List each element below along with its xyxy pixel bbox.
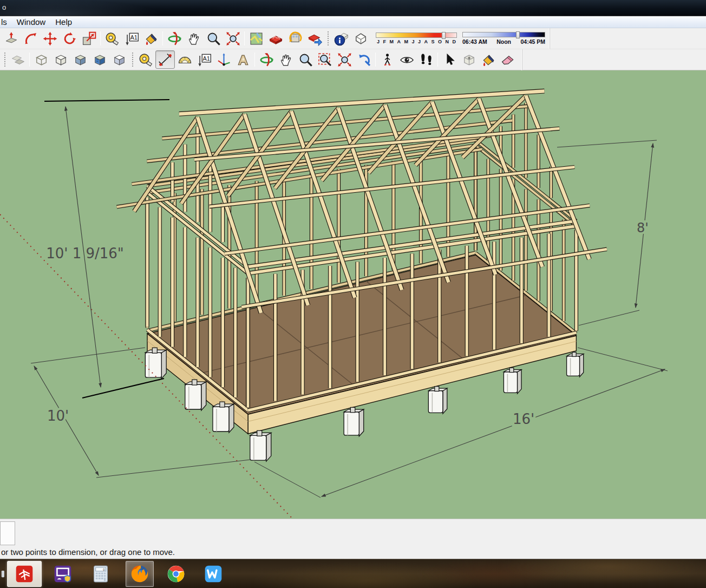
orbit-icon	[167, 31, 182, 46]
status-corner-box	[0, 521, 15, 545]
dimension-text-button[interactable]: A1	[122, 29, 141, 48]
rotate-button[interactable]	[60, 29, 79, 48]
model-info-icon	[334, 31, 349, 46]
taskbar-item-sketchup[interactable]	[7, 561, 42, 587]
sketchup-icon	[15, 565, 34, 583]
orbit-icon	[259, 53, 274, 67]
toolbar-separator	[244, 31, 245, 45]
taskbar-item-edge-sliver[interactable]	[0, 561, 4, 587]
orbit-button[interactable]	[257, 50, 276, 69]
taskbar-item-chrome[interactable]	[165, 561, 187, 587]
zoom-button[interactable]	[296, 50, 315, 69]
shadow-date-slider-track[interactable]	[376, 32, 457, 38]
wps-writer-icon	[204, 565, 223, 583]
look-around-icon	[400, 53, 414, 67]
month-label: M	[404, 39, 408, 44]
pan-button[interactable]	[276, 50, 296, 69]
taskbar-item-calculator[interactable]: 0	[89, 561, 112, 587]
tape-measure-button[interactable]	[136, 50, 155, 69]
protractor-icon	[178, 53, 192, 67]
shaded-button[interactable]	[70, 50, 90, 69]
walk-button[interactable]	[416, 50, 436, 69]
toolbar-grip[interactable]	[3, 52, 6, 67]
3d-viewport[interactable]: 10' 1 9/16" 8' 10' 16'	[0, 70, 706, 519]
wireframe-button[interactable]	[31, 50, 51, 69]
paint-bucket-button[interactable]	[141, 29, 161, 48]
photo-textures-icon	[288, 31, 303, 46]
model-info-button[interactable]	[331, 29, 351, 48]
text-annotation-button[interactable]: A1	[194, 50, 214, 69]
hidden-line-icon	[54, 53, 68, 67]
shadow-date-slider: JFMAMJJASOND	[376, 32, 457, 44]
game-security-icon	[54, 565, 72, 583]
shadow-box-button[interactable]	[351, 29, 370, 48]
taskbar-item-firefox[interactable]	[126, 561, 154, 587]
select-button[interactable]	[440, 50, 459, 69]
zoom-extents-icon	[226, 31, 240, 46]
follow-me-button[interactable]	[21, 29, 40, 48]
paint-bucket-button[interactable]	[479, 50, 498, 69]
toolbar-separator	[100, 31, 101, 45]
zoom-extents-button[interactable]	[223, 29, 243, 48]
position-camera-button[interactable]	[377, 50, 397, 69]
time-end-label: 04:45 PM	[520, 38, 545, 45]
taskbar-item-game-security[interactable]	[51, 561, 75, 587]
shed-frame-model	[117, 91, 607, 461]
axes-tool-button[interactable]	[214, 50, 233, 69]
menu-item-ls[interactable]: ls	[0, 17, 12, 27]
add-location-button[interactable]	[246, 29, 266, 48]
menu-item-help[interactable]: Help	[50, 17, 77, 27]
toolbar-grip[interactable]	[326, 31, 329, 46]
make-component-button[interactable]	[459, 50, 479, 69]
toolbar-separator	[29, 53, 30, 67]
position-camera-icon	[380, 53, 395, 67]
eraser-button[interactable]	[498, 50, 518, 69]
xray-button[interactable]	[8, 50, 28, 69]
shaded-icon	[73, 53, 88, 67]
toolbar-second: A1	[0, 49, 706, 70]
push-pull-button[interactable]	[1, 29, 21, 48]
tape-measure-button[interactable]	[102, 29, 122, 48]
month-label: F	[383, 39, 387, 44]
taskbar-item-wps-writer[interactable]	[200, 561, 226, 587]
toggle-terrain-icon	[269, 31, 283, 46]
hidden-line-button[interactable]	[51, 50, 70, 69]
month-label: J	[418, 39, 421, 44]
follow-me-icon	[23, 31, 38, 46]
make-component-icon	[462, 53, 476, 67]
move-button[interactable]	[40, 29, 60, 48]
zoom-button[interactable]	[204, 29, 223, 48]
eraser-icon	[501, 53, 515, 67]
menu-item-window[interactable]: Window	[12, 17, 50, 27]
svg-text:A1: A1	[202, 55, 210, 61]
zoom-extents-button[interactable]	[335, 50, 354, 69]
shaded-textures-button[interactable]	[90, 50, 109, 69]
shadow-date-slider-labels: JFMAMJJASOND	[376, 39, 457, 44]
monochrome-button[interactable]	[109, 50, 129, 69]
dimension-text-icon: A1	[125, 31, 139, 46]
shadow-time-slider-track[interactable]	[462, 32, 545, 37]
scale-icon	[82, 31, 96, 46]
orbit-button[interactable]	[165, 29, 184, 48]
toggle-terrain-button[interactable]	[266, 29, 285, 48]
shadow-time-slider: 06:43 AMNoon04:45 PM	[462, 32, 545, 45]
dimension-tool-button[interactable]	[155, 50, 175, 69]
xray-icon	[11, 53, 25, 67]
protractor-button[interactable]	[175, 50, 194, 69]
month-label: A	[424, 39, 428, 44]
look-around-button[interactable]	[397, 50, 416, 69]
previous-view-button[interactable]	[354, 50, 374, 69]
taskbar: 0	[0, 559, 706, 588]
scale-button[interactable]	[79, 29, 99, 48]
share-model-icon	[308, 31, 322, 46]
shadow-time-slider-handle[interactable]	[516, 31, 520, 38]
pan-button[interactable]	[184, 29, 204, 48]
3d-text-button[interactable]	[233, 50, 253, 69]
shadow-date-slider-handle[interactable]	[442, 32, 446, 39]
tape-measure-icon	[105, 31, 120, 46]
photo-textures-button[interactable]	[285, 29, 305, 48]
share-model-button[interactable]	[305, 29, 324, 48]
toolbar-grip[interactable]	[131, 52, 134, 67]
paint-bucket-icon	[481, 53, 496, 67]
zoom-window-button[interactable]	[315, 50, 335, 69]
